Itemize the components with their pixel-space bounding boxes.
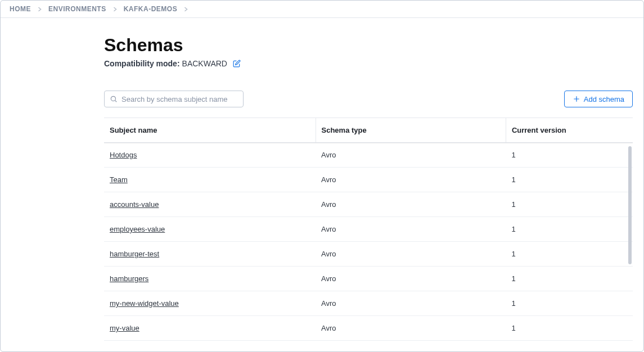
cell-version: 1 [506, 192, 633, 217]
add-schema-button[interactable]: Add schema [564, 91, 633, 107]
table-row: my-new-widget-valueAvro1 [104, 291, 633, 316]
cell-subject: my-new-widget-value [104, 291, 316, 316]
table-row: TeamAvro1 [104, 168, 633, 192]
subject-link[interactable]: my-value [110, 324, 139, 332]
table-row: HotdogsAvro1 [104, 143, 633, 168]
search-field [104, 91, 244, 107]
cell-version: 1 [506, 242, 633, 267]
schemas-table: Subject name Schema type Current version… [104, 118, 633, 341]
subject-link[interactable]: my-new-widget-value [110, 299, 179, 308]
page-title: Schemas [104, 35, 633, 56]
compatibility-mode: Compatibility mode: BACKWARD [104, 59, 633, 68]
cell-version: 1 [506, 316, 633, 341]
svg-point-0 [111, 96, 115, 101]
breadcrumb: HOME ENVIRONMENTS KAFKA-DEMOS [1, 1, 643, 18]
subject-link[interactable]: Team [110, 175, 128, 184]
table-row: hamburgersAvro1 [104, 267, 633, 291]
subject-link[interactable]: employees-value [110, 225, 165, 233]
breadcrumb-kafka-demos[interactable]: KAFKA-DEMOS [124, 5, 178, 13]
cell-subject: hamburger-test [104, 242, 316, 267]
cell-subject: Hotdogs [104, 143, 316, 168]
subject-link[interactable]: accounts-value [110, 200, 159, 209]
col-schema-type[interactable]: Schema type [316, 118, 506, 143]
cell-type: Avro [316, 168, 506, 192]
table-row: my-valueAvro1 [104, 316, 633, 341]
compatibility-label: Compatibility mode: [104, 59, 180, 68]
breadcrumb-home[interactable]: HOME [10, 5, 31, 13]
cell-subject: employees-value [104, 217, 316, 242]
cell-type: Avro [316, 242, 506, 267]
cell-version: 1 [506, 267, 633, 291]
table-row: hamburger-testAvro1 [104, 242, 633, 267]
chevron-right-icon [38, 6, 42, 12]
breadcrumb-environments[interactable]: ENVIRONMENTS [48, 5, 106, 13]
col-current-version[interactable]: Current version [506, 118, 633, 143]
toolbar: Add schema [104, 91, 633, 107]
add-schema-label: Add schema [584, 95, 624, 103]
cell-subject: hamburgers [104, 267, 316, 291]
cell-subject: my-value [104, 316, 316, 341]
subject-link[interactable]: hamburger-test [110, 250, 159, 258]
col-subject-name[interactable]: Subject name [104, 118, 316, 143]
table-row: accounts-valueAvro1 [104, 192, 633, 217]
subject-link[interactable]: Hotdogs [110, 151, 137, 159]
subject-link[interactable]: hamburgers [110, 274, 148, 283]
compatibility-value: BACKWARD [182, 59, 227, 68]
plus-icon [573, 95, 580, 103]
cell-subject: accounts-value [104, 192, 316, 217]
search-input[interactable] [104, 91, 244, 107]
cell-subject: Team [104, 168, 316, 192]
schemas-table-wrap: Subject name Schema type Current version… [104, 118, 633, 341]
cell-type: Avro [316, 291, 506, 316]
scrollbar-thumb[interactable] [628, 146, 632, 264]
edit-icon[interactable] [233, 60, 241, 67]
search-icon [110, 95, 118, 103]
table-row: employees-valueAvro1 [104, 217, 633, 242]
cell-version: 1 [506, 217, 633, 242]
main-content: Schemas Compatibility mode: BACKWARD [104, 18, 633, 341]
chevron-right-icon [113, 6, 117, 12]
cell-version: 1 [506, 291, 633, 316]
cell-type: Avro [316, 267, 506, 291]
svg-line-1 [115, 101, 117, 102]
cell-type: Avro [316, 316, 506, 341]
cell-type: Avro [316, 143, 506, 168]
chevron-right-icon [184, 6, 188, 12]
cell-type: Avro [316, 192, 506, 217]
cell-version: 1 [506, 143, 633, 168]
cell-version: 1 [506, 168, 633, 192]
cell-type: Avro [316, 217, 506, 242]
